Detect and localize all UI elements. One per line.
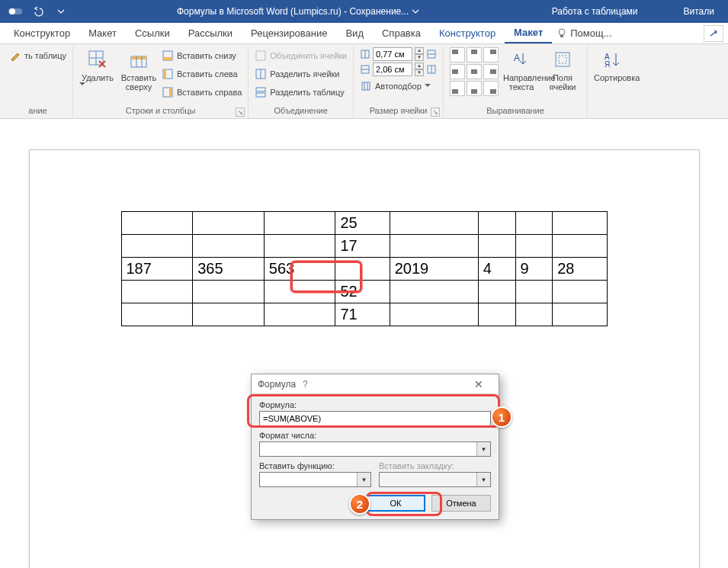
- table-cell[interactable]: [121, 212, 193, 235]
- row-height-control[interactable]: ▲▼: [360, 47, 437, 61]
- table-cell[interactable]: [553, 212, 607, 235]
- table-cell[interactable]: [553, 303, 607, 326]
- draw-table-button[interactable]: ть таблицу: [9, 47, 66, 64]
- col-width-input[interactable]: [373, 63, 412, 76]
- share-button[interactable]: [704, 25, 723, 42]
- spinner[interactable]: ▲▼: [415, 47, 424, 61]
- autofit-button[interactable]: Автоподбор: [360, 78, 437, 95]
- tab-mailings[interactable]: Рассылки: [179, 23, 242, 43]
- table-cell[interactable]: [390, 303, 478, 326]
- table-cell[interactable]: [121, 303, 193, 326]
- align-bot-center[interactable]: [467, 81, 482, 96]
- insert-above-button[interactable]: Вставить сверху: [120, 47, 157, 91]
- table-cell[interactable]: [121, 235, 193, 258]
- table-cell[interactable]: [515, 235, 553, 258]
- user-name[interactable]: Витали: [684, 6, 714, 17]
- insert-function-combo[interactable]: ▼: [259, 472, 371, 487]
- align-mid-left[interactable]: [450, 64, 465, 79]
- table-cell[interactable]: [515, 303, 553, 326]
- number-format-combo[interactable]: ▼: [259, 441, 491, 457]
- align-top-left[interactable]: [450, 47, 465, 63]
- split-table-button[interactable]: Разделить таблицу: [255, 84, 347, 101]
- split-cells-button[interactable]: Разделить ячейки: [255, 66, 347, 82]
- table-cell[interactable]: [193, 303, 265, 326]
- table-cell[interactable]: 25: [335, 212, 390, 235]
- tell-me[interactable]: Помощ...: [556, 27, 611, 39]
- table-cell[interactable]: 563: [264, 258, 335, 281]
- spinner[interactable]: ▲▼: [415, 63, 424, 76]
- ok-button[interactable]: ОК: [366, 495, 425, 512]
- merge-cells-button[interactable]: Объединить ячейки: [255, 47, 347, 64]
- table-cell[interactable]: 2019: [390, 258, 478, 281]
- insert-left-button[interactable]: Вставить слева: [162, 66, 242, 82]
- autosave-toggle[interactable]: [6, 3, 24, 20]
- table-cell[interactable]: [390, 212, 478, 235]
- table-cell[interactable]: [264, 281, 335, 303]
- table-cell[interactable]: [478, 281, 515, 303]
- align-top-right[interactable]: [483, 47, 499, 63]
- dialog-titlebar[interactable]: Формула ? ✕: [252, 374, 499, 394]
- table-cell[interactable]: [515, 212, 553, 235]
- table-cell[interactable]: [553, 235, 607, 258]
- table-cell[interactable]: 187: [121, 258, 193, 281]
- alignment-grid[interactable]: [450, 47, 499, 96]
- table-cell[interactable]: 52: [335, 281, 390, 303]
- align-mid-center[interactable]: [467, 64, 482, 79]
- table-cell[interactable]: 28: [553, 258, 607, 281]
- table-cell[interactable]: [515, 281, 553, 303]
- undo-button[interactable]: [29, 3, 47, 20]
- align-bot-right[interactable]: [483, 81, 499, 96]
- cancel-button[interactable]: Отмена: [431, 495, 491, 512]
- align-top-center[interactable]: [467, 47, 482, 63]
- table-cell[interactable]: [264, 235, 335, 258]
- tab-review[interactable]: Рецензирование: [242, 23, 336, 43]
- table-cell[interactable]: [390, 281, 478, 303]
- insert-below-button[interactable]: Вставить снизу: [162, 47, 242, 64]
- split-cells-icon: [255, 68, 267, 80]
- formula-input[interactable]: [259, 411, 491, 426]
- dialog-launcher-icon[interactable]: ↘: [236, 108, 245, 117]
- text-direction-button[interactable]: A Направление текста: [503, 47, 540, 91]
- table-cell[interactable]: [390, 235, 478, 258]
- table-cell[interactable]: 365: [193, 258, 265, 281]
- dialog-help-button[interactable]: ?: [296, 379, 314, 390]
- chevron-down-icon[interactable]: [412, 8, 419, 15]
- tab-help[interactable]: Справка: [373, 23, 430, 43]
- table-cell[interactable]: [478, 212, 515, 235]
- table-cell[interactable]: [478, 303, 515, 326]
- sort-button[interactable]: АЯ Сортировка: [594, 47, 630, 82]
- col-width-control[interactable]: ▲▼: [360, 63, 437, 76]
- word-table[interactable]: 2517187365563201949285271: [121, 211, 608, 326]
- tab-table-layout[interactable]: Макет: [505, 23, 552, 43]
- table-cell[interactable]: [193, 281, 265, 303]
- qat-customize-icon[interactable]: [52, 3, 70, 20]
- table-cell[interactable]: [121, 281, 193, 303]
- table-cell[interactable]: [335, 258, 390, 281]
- delete-button[interactable]: Удалить: [79, 47, 116, 87]
- table-cell[interactable]: [193, 235, 265, 258]
- table-cell[interactable]: 71: [335, 303, 390, 326]
- table-cell[interactable]: [478, 235, 515, 258]
- table-cell[interactable]: 17: [335, 235, 390, 258]
- align-mid-right[interactable]: [483, 64, 499, 79]
- tab-layout[interactable]: Макет: [79, 23, 126, 43]
- insert-right-button[interactable]: Вставить справа: [162, 84, 242, 101]
- table-cell[interactable]: 9: [515, 258, 553, 281]
- tab-view[interactable]: Вид: [336, 23, 373, 43]
- table-cell[interactable]: [193, 212, 265, 235]
- tab-table-constructor[interactable]: Конструктор: [430, 23, 505, 43]
- tab-references[interactable]: Ссылки: [126, 23, 179, 43]
- table-cell[interactable]: 4: [478, 258, 515, 281]
- dialog-launcher-icon[interactable]: ↘: [431, 108, 440, 117]
- row-height-input[interactable]: [373, 47, 412, 61]
- distribute-rows-icon[interactable]: [426, 49, 437, 59]
- table-cell[interactable]: [264, 303, 335, 326]
- align-bot-left[interactable]: [450, 81, 465, 96]
- table-cell[interactable]: [264, 212, 335, 235]
- cell-margins-button[interactable]: Поля ячейки: [544, 47, 581, 91]
- table-cell[interactable]: [553, 281, 607, 303]
- dialog-close-button[interactable]: ✕: [465, 378, 492, 390]
- distribute-cols-icon[interactable]: [426, 64, 437, 75]
- tab-constructor[interactable]: Конструктор: [5, 23, 79, 43]
- cell-margins-label: Поля ячейки: [544, 73, 581, 91]
